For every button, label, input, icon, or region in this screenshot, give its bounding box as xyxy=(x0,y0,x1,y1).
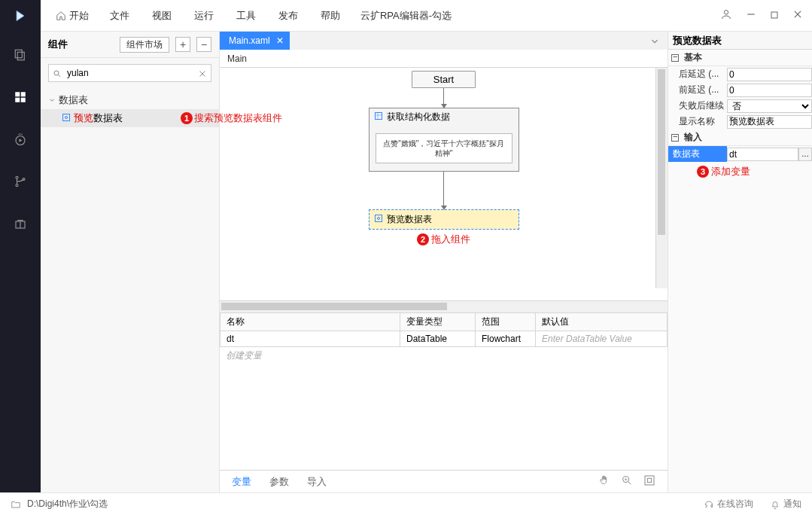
svg-rect-6 xyxy=(15,50,22,58)
search-icon xyxy=(53,68,62,81)
bell-icon xyxy=(770,499,780,510)
close-icon[interactable] xyxy=(792,9,803,23)
node-preview-datatable[interactable]: 预览数据表 xyxy=(369,209,519,230)
home-icon xyxy=(56,11,66,21)
flow-arrow xyxy=(443,88,444,108)
prop-datatable-input[interactable] xyxy=(727,148,798,161)
activity-icon xyxy=(62,113,71,124)
variable-row[interactable]: dt DataTable Flowchart Enter DataTable V… xyxy=(220,331,668,347)
svg-rect-25 xyxy=(375,215,382,222)
annotation-1: 1搜索预览数据表组件 xyxy=(181,111,282,125)
prop-label: 后延迟 (... xyxy=(668,66,727,82)
tab-imports[interactable]: 导入 xyxy=(307,475,327,489)
tab-main[interactable]: Main.xaml ✕ xyxy=(220,32,290,50)
prop-after-delay[interactable] xyxy=(727,68,812,81)
svg-rect-10 xyxy=(21,98,26,102)
svg-rect-5 xyxy=(17,52,24,60)
user-icon[interactable] xyxy=(720,8,732,23)
prop-continue-on-fail[interactable]: 否 xyxy=(727,99,812,113)
prop-before-delay[interactable] xyxy=(727,84,812,97)
maximize-icon[interactable] xyxy=(770,9,779,23)
menu-home-label: 开始 xyxy=(69,9,89,23)
menu-view[interactable]: 视图 xyxy=(141,0,182,31)
tab-close-icon[interactable]: ✕ xyxy=(276,35,284,46)
variables-panel: 名称 变量类型 范围 默认值 dt DataTable Flowchart En… xyxy=(220,312,668,492)
breadcrumb[interactable]: Main xyxy=(220,50,668,68)
cell-default[interactable]: Enter DataTable Value xyxy=(536,331,668,347)
node-start[interactable]: Start xyxy=(412,71,476,88)
clear-search-icon[interactable] xyxy=(198,68,207,81)
package-icon[interactable] xyxy=(14,217,27,233)
remove-button[interactable]: − xyxy=(196,37,211,52)
node-title: 获取结构化数据 xyxy=(387,111,450,123)
market-button[interactable]: 组件市场 xyxy=(120,37,169,53)
svg-rect-22 xyxy=(375,113,382,120)
col-default: 默认值 xyxy=(536,313,668,331)
svg-rect-31 xyxy=(645,476,654,485)
zoom-icon[interactable] xyxy=(621,474,633,489)
properties-panel: 预览数据表 基本 后延迟 (... 前延迟 (... 失败后继续否 显示名称 输… xyxy=(668,32,812,492)
create-variable[interactable]: 创建变量 xyxy=(220,347,668,364)
tab-arguments[interactable]: 参数 xyxy=(269,475,289,489)
svg-point-13 xyxy=(16,184,18,187)
components-icon[interactable] xyxy=(14,90,27,107)
run-icon[interactable] xyxy=(14,133,27,149)
window-title: 云扩RPA编辑器-勾选 xyxy=(360,9,452,23)
menu-help[interactable]: 帮助 xyxy=(310,0,351,31)
svg-rect-2 xyxy=(771,12,777,18)
menu-publish[interactable]: 发布 xyxy=(268,0,309,31)
component-panel-title: 组件 xyxy=(48,38,114,51)
menu-home[interactable]: 开始 xyxy=(47,0,98,31)
tab-variables[interactable]: 变量 xyxy=(232,475,251,489)
properties-title: 预览数据表 xyxy=(668,32,812,50)
status-path: D:\Digi4th\作业\勾选 xyxy=(27,498,108,510)
node-body: 点赞"嫦娥"，习近平十六字概括"探月精神" xyxy=(376,133,512,163)
statusbar: D:\Digi4th\作业\勾选 在线咨询 通知 xyxy=(0,492,812,515)
cell-type[interactable]: DataTable xyxy=(400,331,476,347)
scrollbar-horizontal[interactable] xyxy=(220,300,668,312)
svg-point-16 xyxy=(54,71,59,75)
prop-group-input[interactable]: 输入 xyxy=(668,130,812,146)
titlebar: 开始 文件 视图 运行 工具 发布 帮助 云扩RPA编辑器-勾选 xyxy=(0,0,812,32)
node-get-structured-data[interactable]: 获取结构化数据 点赞"嫦娥"，习近平十六字概括"探月精神" xyxy=(369,108,519,172)
tree-leaf-preview-datatable[interactable]: 预览数据表 1搜索预览数据表组件 xyxy=(41,109,219,127)
prop-group-basic[interactable]: 基本 xyxy=(668,50,812,66)
pan-icon[interactable] xyxy=(598,474,610,489)
tab-label: Main.xaml xyxy=(229,35,270,46)
add-button[interactable]: + xyxy=(175,37,190,52)
menu-tools[interactable]: 工具 xyxy=(226,0,266,31)
menu-run[interactable]: 运行 xyxy=(184,0,224,31)
cell-name[interactable]: dt xyxy=(220,331,400,347)
menu-file[interactable]: 文件 xyxy=(99,0,140,31)
scrollbar-vertical[interactable] xyxy=(655,68,668,288)
sidebar-nav xyxy=(0,32,41,492)
search-input[interactable] xyxy=(48,64,211,82)
annotation-2: 2拖入组件 xyxy=(417,233,470,246)
folder-icon xyxy=(11,499,21,510)
col-name: 名称 xyxy=(220,313,400,331)
svg-point-21 xyxy=(65,116,68,118)
svg-point-12 xyxy=(16,176,18,178)
tree-node-datatable[interactable]: 数据表 xyxy=(41,91,219,109)
designer-canvas[interactable]: Start 获取结构化数据 点赞"嫦娥"，习近平十六字概括"探月精神" 预览数据… xyxy=(220,68,668,300)
prop-display-name[interactable] xyxy=(727,115,812,129)
svg-rect-9 xyxy=(15,98,20,102)
cell-scope[interactable]: Flowchart xyxy=(476,331,536,347)
prop-more-button[interactable]: … xyxy=(798,148,812,161)
svg-line-28 xyxy=(628,482,631,484)
copy-icon[interactable] xyxy=(14,48,27,65)
minimize-icon[interactable] xyxy=(746,9,756,23)
prop-label: 显示名称 xyxy=(668,114,727,130)
main-area: Main.xaml ✕ Main Start 获取结构化数据 点赞"嫦娥"，习近… xyxy=(220,32,668,492)
chevron-down-icon xyxy=(48,96,56,104)
col-type: 变量类型 xyxy=(400,313,476,331)
svg-point-26 xyxy=(377,218,379,220)
notify-link[interactable]: 通知 xyxy=(770,498,801,510)
svg-line-17 xyxy=(59,75,61,78)
flow-arrow xyxy=(443,172,444,209)
help-link[interactable]: 在线咨询 xyxy=(704,498,753,510)
activity-icon xyxy=(374,214,383,225)
fit-icon[interactable] xyxy=(643,474,655,489)
branch-icon[interactable] xyxy=(14,175,27,191)
tab-expand-icon[interactable] xyxy=(642,36,668,50)
